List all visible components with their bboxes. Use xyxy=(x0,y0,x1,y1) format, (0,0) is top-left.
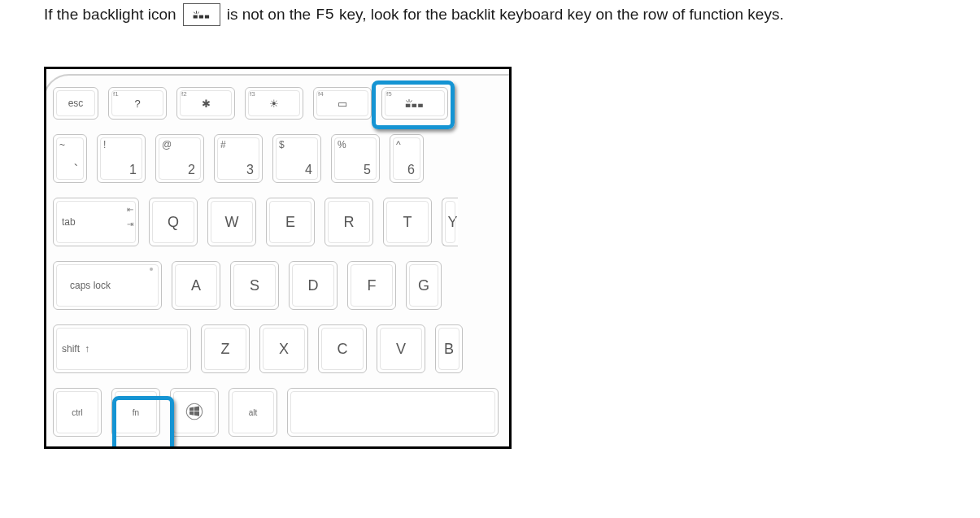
key-d: D xyxy=(289,261,338,310)
key-f2: f2 ✱ xyxy=(176,87,235,120)
svg-rect-4 xyxy=(198,15,203,19)
key-c: C xyxy=(318,324,367,373)
keyboard-illustration-frame: esc f1 ? f2 ✱ f3 ☀ f4 xyxy=(44,67,512,449)
backlight-icon-swatch xyxy=(183,3,220,26)
row-qwerty: tab ⇤ ⇥ Q W E R T Y xyxy=(53,198,512,246)
svg-rect-5 xyxy=(205,15,209,19)
key-alt: alt xyxy=(229,388,277,437)
key-f4: f4 ▭ xyxy=(313,87,372,120)
svg-line-2 xyxy=(197,12,198,14)
key-caps-lock: caps lock xyxy=(53,261,162,310)
svg-line-7 xyxy=(407,101,408,102)
key-ctrl: ctrl xyxy=(53,388,102,437)
key-q: Q xyxy=(149,198,198,246)
key-esc: esc xyxy=(53,87,98,120)
svg-rect-11 xyxy=(418,104,423,107)
shift-arrow-icon: ↑ xyxy=(85,343,89,355)
key-a: A xyxy=(172,261,220,310)
key-space xyxy=(287,388,499,437)
key-f: F xyxy=(347,261,396,310)
key-z: Z xyxy=(201,324,250,373)
svg-rect-3 xyxy=(193,15,197,19)
key-s: S xyxy=(230,261,279,310)
caps-indicator-icon xyxy=(150,268,153,271)
key-6: ^ 6 xyxy=(390,134,424,183)
key-e: E xyxy=(266,198,315,246)
key-b: B xyxy=(435,324,463,373)
key-w: W xyxy=(207,198,256,246)
display-switch-icon: ▭ xyxy=(338,98,347,110)
key-t: T xyxy=(383,198,432,246)
svg-rect-10 xyxy=(412,104,417,107)
key-5: % 5 xyxy=(331,134,380,183)
svg-line-1 xyxy=(194,12,195,14)
brightness-up-icon: ☀ xyxy=(269,98,279,110)
key-1: ! 1 xyxy=(97,134,146,183)
key-tab: tab ⇤ ⇥ xyxy=(53,198,139,246)
instruction-text: If the backlight icon is not on the F5 k… xyxy=(44,3,957,26)
row-home: caps lock A S D F G xyxy=(53,261,512,310)
keyboard-chassis: esc f1 ? f2 ✱ f3 ☀ f4 xyxy=(44,74,512,449)
brightness-down-icon: ✱ xyxy=(202,98,211,110)
key-3: # 3 xyxy=(214,134,263,183)
instruction-part-3: key, look for the backlit keyboard key o… xyxy=(339,4,784,26)
key-windows xyxy=(170,388,219,437)
windows-logo-icon xyxy=(185,402,204,424)
row-function: esc f1 ? f2 ✱ f3 ☀ f4 xyxy=(53,87,512,120)
row-modifiers: ctrl fn xyxy=(53,388,512,437)
key-f1: f1 ? xyxy=(108,87,167,120)
key-2: @ 2 xyxy=(155,134,204,183)
key-shift: shift ↑ xyxy=(53,324,191,373)
svg-rect-9 xyxy=(406,104,411,107)
key-y: Y xyxy=(442,198,458,246)
tab-arrows-icon: ⇤ ⇥ xyxy=(127,205,133,229)
svg-line-8 xyxy=(410,101,412,102)
key-f5: f5 xyxy=(381,87,448,120)
backlight-icon xyxy=(191,9,212,20)
key-v: V xyxy=(377,324,425,373)
help-icon: ? xyxy=(134,98,140,110)
key-fn: fn xyxy=(111,388,160,437)
backlight-icon xyxy=(403,98,427,109)
row-bottom: shift ↑ Z X C V B xyxy=(53,324,512,373)
instruction-part-2: is not on the xyxy=(227,4,311,26)
row-number: ~ ` ! 1 @ 2 # 3 xyxy=(53,134,512,183)
instruction-part-1: If the backlight icon xyxy=(44,4,176,26)
key-x: X xyxy=(259,324,308,373)
key-tilde: ~ ` xyxy=(53,134,87,183)
key-g: G xyxy=(406,261,442,310)
key-r: R xyxy=(324,198,373,246)
instruction-key-name: F5 xyxy=(316,4,334,26)
key-f3: f3 ☀ xyxy=(245,87,303,120)
key-4: $ 4 xyxy=(272,134,321,183)
